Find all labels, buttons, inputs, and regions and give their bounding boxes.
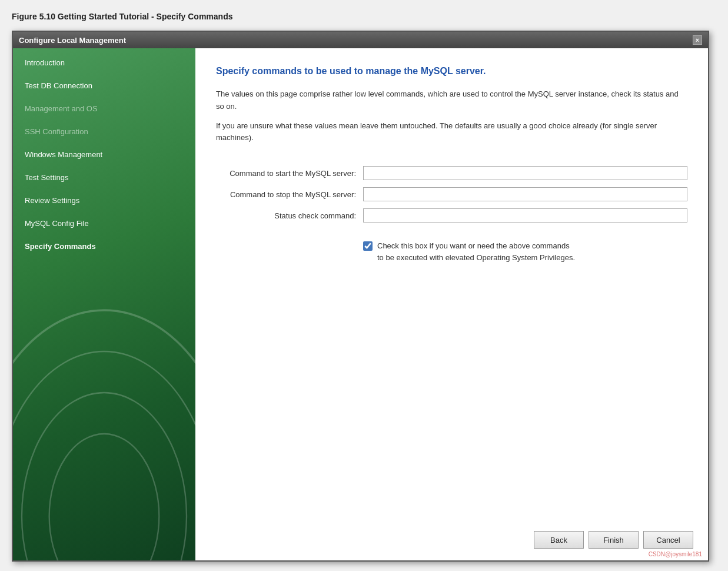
main-content: Specify commands to be used to manage th… — [195, 48, 708, 560]
back-button[interactable]: Back — [534, 531, 584, 549]
sidebar-item-management-and-os: Management and OS — [13, 97, 195, 120]
checkbox-container: Check this box if you want or need the a… — [363, 240, 575, 263]
form-section: Command to start the MySQL server: Comma… — [216, 166, 687, 230]
elevated-privileges-checkbox[interactable] — [363, 241, 373, 251]
checkbox-label: Check this box if you want or need the a… — [377, 240, 575, 263]
main-heading: Specify commands to be used to manage th… — [216, 66, 687, 77]
svg-point-2 — [22, 393, 187, 560]
stop-command-input[interactable] — [363, 187, 687, 201]
sidebar-item-test-settings[interactable]: Test Settings — [13, 166, 195, 189]
page-title: Figure 5.10 Getting Started Tutorial - S… — [12, 12, 716, 21]
description-text-1: The values on this page comprise rather … — [216, 88, 687, 113]
status-command-row: Status check command: — [216, 208, 687, 223]
sidebar-item-test-db-connection[interactable]: Test DB Connection — [13, 74, 195, 97]
sidebar-item-introduction[interactable]: Introduction — [13, 51, 195, 74]
svg-point-3 — [49, 434, 159, 560]
svg-point-0 — [13, 310, 195, 560]
stop-command-row: Command to stop the MySQL server: — [216, 187, 687, 201]
sidebar-item-windows-management[interactable]: Windows Management — [13, 143, 195, 166]
dialog-footer: Back Finish Cancel — [534, 531, 693, 549]
start-command-label: Command to start the MySQL server: — [216, 169, 363, 178]
description-text-2: If you are unsure what these values mean… — [216, 120, 687, 145]
svg-point-1 — [13, 351, 195, 560]
start-command-row: Command to start the MySQL server: — [216, 166, 687, 180]
status-command-input[interactable] — [363, 208, 687, 223]
dialog-body: Introduction Test DB Connection Manageme… — [13, 48, 708, 560]
start-command-input[interactable] — [363, 166, 687, 180]
finish-button[interactable]: Finish — [589, 531, 639, 549]
sidebar-decoration — [13, 266, 195, 560]
sidebar-item-mysql-config-file[interactable]: MySQL Config File — [13, 212, 195, 235]
sidebar-item-review-settings[interactable]: Review Settings — [13, 189, 195, 212]
sidebar: Introduction Test DB Connection Manageme… — [13, 48, 195, 560]
sidebar-item-specify-commands[interactable]: Specify Commands — [13, 235, 195, 258]
dialog-title: Configure Local Management — [19, 36, 126, 45]
status-command-label: Status check command: — [216, 211, 363, 220]
close-button[interactable]: × — [693, 35, 702, 45]
dialog-window: Configure Local Management × Introductio… — [12, 31, 709, 562]
cancel-button[interactable]: Cancel — [643, 531, 693, 549]
title-bar: Configure Local Management × — [13, 32, 708, 48]
watermark: CSDN@joysmile181 — [649, 551, 702, 557]
elevated-privileges-row: Check this box if you want or need the a… — [216, 240, 687, 263]
sidebar-item-ssh-configuration: SSH Configuration — [13, 120, 195, 143]
sidebar-items: Introduction Test DB Connection Manageme… — [13, 48, 195, 258]
stop-command-label: Command to stop the MySQL server: — [216, 190, 363, 199]
